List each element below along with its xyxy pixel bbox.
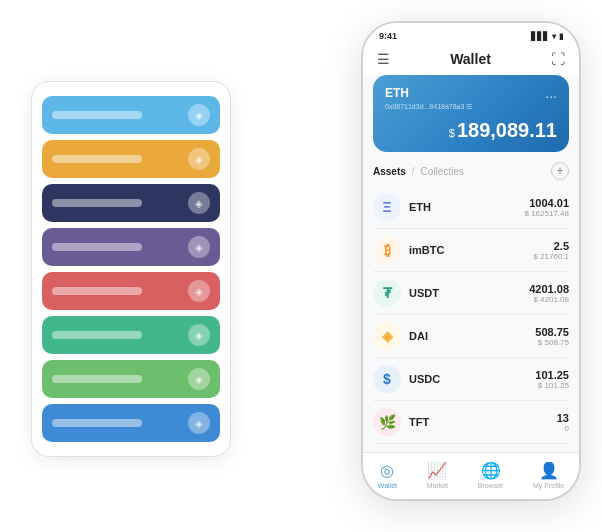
- phone-content: ETH ... 0x08711d3d...8418a78a3 ☰ $189,08…: [363, 75, 579, 452]
- tab-divider: /: [412, 166, 415, 177]
- expand-icon[interactable]: ⛶: [551, 51, 565, 67]
- asset-amount-usd: $ 101.25: [535, 381, 569, 390]
- asset-amount-usd: $ 508.75: [535, 338, 569, 347]
- stack-card-icon-3: ◈: [188, 236, 210, 258]
- nav-item-market[interactable]: 📈Market: [427, 461, 448, 489]
- asset-item-usdt[interactable]: ₮USDT4201.08$ 4201.08: [373, 272, 569, 315]
- stack-card-label-1: [52, 155, 142, 163]
- nav-icon-wallet: ◎: [380, 461, 394, 480]
- nav-label-wallet: Wallet: [378, 482, 397, 489]
- asset-name-dai: DAI: [409, 330, 535, 342]
- stack-card-2[interactable]: ◈: [42, 184, 220, 222]
- assets-tabs: Assets / Collecties: [373, 166, 464, 177]
- scene: ◈◈◈◈◈◈◈◈ 9:41 ▋▋▋ ▾ ▮ ☰ Wallet ⛶ ETH ...: [21, 21, 581, 511]
- status-icons: ▋▋▋ ▾ ▮: [531, 32, 563, 41]
- nav-label-profile: My Profile: [533, 482, 564, 489]
- asset-icon-usdc: $: [373, 365, 401, 393]
- asset-amount-main: 13: [557, 412, 569, 424]
- eth-card-menu[interactable]: ...: [545, 85, 557, 101]
- asset-amounts-usdt: 4201.08$ 4201.08: [529, 283, 569, 304]
- stack-card-icon-7: ◈: [188, 412, 210, 434]
- asset-amount-main: 101.25: [535, 369, 569, 381]
- asset-name-imbtc: imBTC: [409, 244, 533, 256]
- stack-card-label-6: [52, 375, 142, 383]
- stack-card-3[interactable]: ◈: [42, 228, 220, 266]
- asset-amounts-imbtc: 2.5$ 21760.1: [533, 240, 569, 261]
- stack-card-7[interactable]: ◈: [42, 404, 220, 442]
- menu-icon[interactable]: ☰: [377, 51, 390, 67]
- stack-card-1[interactable]: ◈: [42, 140, 220, 178]
- eth-card-address: 0x08711d3d...8418a78a3 ☰: [385, 103, 557, 111]
- asset-item-eth[interactable]: ΞETH1004.01$ 162517.48: [373, 186, 569, 229]
- phone-mockup: 9:41 ▋▋▋ ▾ ▮ ☰ Wallet ⛶ ETH ... 0x08711d…: [361, 21, 581, 501]
- asset-name-eth: ETH: [409, 201, 525, 213]
- page-title: Wallet: [450, 51, 491, 67]
- stack-card-label-2: [52, 199, 142, 207]
- asset-icon-tft: 🌿: [373, 408, 401, 436]
- asset-name-usdc: USDC: [409, 373, 535, 385]
- asset-amounts-eth: 1004.01$ 162517.48: [525, 197, 570, 218]
- stack-card-5[interactable]: ◈: [42, 316, 220, 354]
- nav-icon-profile: 👤: [539, 461, 559, 480]
- stack-card-icon-0: ◈: [188, 104, 210, 126]
- bottom-nav: ◎Wallet📈Market🌐Browser👤My Profile: [363, 452, 579, 499]
- wifi-icon: ▾: [552, 32, 556, 41]
- stack-card-6[interactable]: ◈: [42, 360, 220, 398]
- asset-list: ΞETH1004.01$ 162517.48₿imBTC2.5$ 21760.1…: [373, 186, 569, 444]
- eth-card-balance: $189,089.11: [385, 119, 557, 142]
- stack-card-icon-2: ◈: [188, 192, 210, 214]
- nav-item-browser[interactable]: 🌐Browser: [478, 461, 504, 489]
- asset-amounts-usdc: 101.25$ 101.25: [535, 369, 569, 390]
- nav-label-browser: Browser: [478, 482, 504, 489]
- asset-icon-imbtc: ₿: [373, 236, 401, 264]
- stack-card-0[interactable]: ◈: [42, 96, 220, 134]
- stack-card-icon-6: ◈: [188, 368, 210, 390]
- stack-card-4[interactable]: ◈: [42, 272, 220, 310]
- asset-name-tft: TFT: [409, 416, 557, 428]
- add-asset-button[interactable]: +: [551, 162, 569, 180]
- stack-card-icon-5: ◈: [188, 324, 210, 346]
- asset-amount-usd: $ 162517.48: [525, 209, 570, 218]
- nav-label-market: Market: [427, 482, 448, 489]
- signal-icon: ▋▋▋: [531, 32, 549, 41]
- stack-card-icon-1: ◈: [188, 148, 210, 170]
- nav-item-profile[interactable]: 👤My Profile: [533, 461, 564, 489]
- phone-header: ☰ Wallet ⛶: [363, 45, 579, 75]
- nav-item-wallet[interactable]: ◎Wallet: [378, 461, 397, 489]
- stack-card-label-0: [52, 111, 142, 119]
- asset-amount-usd: $ 21760.1: [533, 252, 569, 261]
- stack-card-label-3: [52, 243, 142, 251]
- asset-item-imbtc[interactable]: ₿imBTC2.5$ 21760.1: [373, 229, 569, 272]
- asset-amount-main: 1004.01: [525, 197, 570, 209]
- asset-amounts-dai: 508.75$ 508.75: [535, 326, 569, 347]
- asset-icon-dai: ◈: [373, 322, 401, 350]
- asset-amount-usd: 0: [557, 424, 569, 433]
- stack-card-icon-4: ◈: [188, 280, 210, 302]
- asset-icon-usdt: ₮: [373, 279, 401, 307]
- asset-item-tft[interactable]: 🌿TFT130: [373, 401, 569, 444]
- asset-icon-eth: Ξ: [373, 193, 401, 221]
- assets-tab-inactive[interactable]: Collecties: [421, 166, 464, 177]
- currency-symbol: $: [449, 127, 455, 139]
- asset-name-usdt: USDT: [409, 287, 529, 299]
- asset-item-usdc[interactable]: $USDC101.25$ 101.25: [373, 358, 569, 401]
- status-time: 9:41: [379, 31, 397, 41]
- assets-tab-active[interactable]: Assets: [373, 166, 406, 177]
- asset-amount-main: 2.5: [533, 240, 569, 252]
- asset-amount-main: 508.75: [535, 326, 569, 338]
- asset-amount-main: 4201.08: [529, 283, 569, 295]
- asset-item-dai[interactable]: ◈DAI508.75$ 508.75: [373, 315, 569, 358]
- card-stack: ◈◈◈◈◈◈◈◈: [31, 81, 231, 457]
- asset-amounts-tft: 130: [557, 412, 569, 433]
- eth-card: ETH ... 0x08711d3d...8418a78a3 ☰ $189,08…: [373, 75, 569, 152]
- nav-icon-browser: 🌐: [481, 461, 501, 480]
- asset-amount-usd: $ 4201.08: [529, 295, 569, 304]
- nav-icon-market: 📈: [427, 461, 447, 480]
- stack-card-label-5: [52, 331, 142, 339]
- status-bar: 9:41 ▋▋▋ ▾ ▮: [363, 23, 579, 45]
- eth-card-name: ETH: [385, 86, 409, 100]
- eth-card-top: ETH ...: [385, 85, 557, 101]
- battery-icon: ▮: [559, 32, 563, 41]
- assets-header: Assets / Collecties +: [373, 162, 569, 180]
- stack-card-label-4: [52, 287, 142, 295]
